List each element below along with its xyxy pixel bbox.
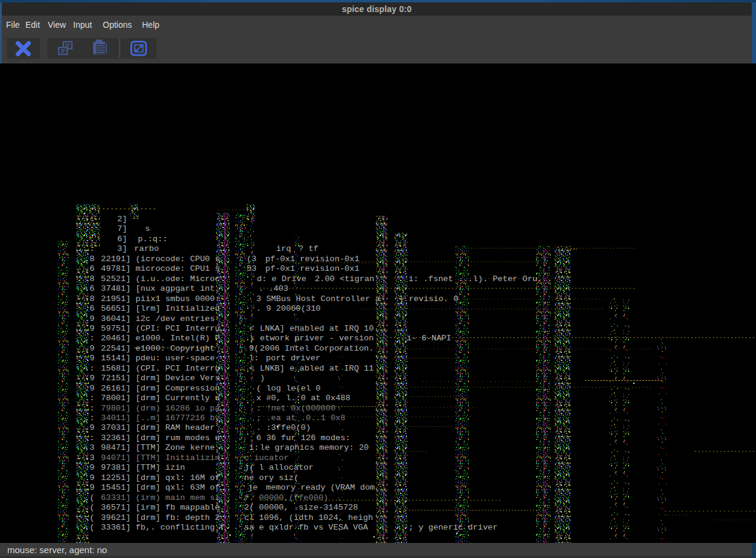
svg-text:.3: .3 [85,453,94,462]
svg-text:. 9 20060(310: . 9 20060(310 [256,304,321,313]
svg-text:ne ory siz(: ne ory siz( [244,473,299,482]
svg-text:.9: .9 [85,473,94,482]
svg-text:cl 1096, (idth 1024, heigh: cl 1096, (idth 1024, heigh [244,513,373,522]
svg-text:) revisio. 0: ) revisio. 0 [399,294,458,303]
svg-text:.(: .( [85,513,94,522]
svg-text:.8: .8 [85,255,94,264]
svg-text:.:: .: [85,224,94,233]
svg-text:<: < [249,364,254,373]
svg-text:39621] [drm] fb: depth 2: 39621] [drm] fb: depth 2 [101,513,220,522]
svg-text:irq: irq [276,244,291,253]
svg-text:i- 6-NAPI: i- 6-NAPI [407,334,451,343]
svg-text:36041] i2c /dev entries: 36041] i2c /dev entries [101,314,215,323]
svg-text:.(: .( [85,523,94,532]
svg-text:je: je [248,483,257,492]
svg-text:.(: .( [85,493,94,502]
svg-text:32361] [drm] rum modes u: 32361] [drm] rum modes u [101,433,220,443]
svg-text:le graphics memory: 20: le graphics memory: 20 [260,443,369,452]
svg-text:.9: .9 [85,384,94,393]
svg-text:15681] (CPI. PCI Interru: 15681] (CPI. PCI Interru [101,364,220,373]
svg-text:.9: .9 [85,324,94,333]
svg-text:c iucator: c iucator [244,453,289,462]
svg-text:.8: .8 [85,294,94,303]
svg-text:)( l allocator: )( l allocator [244,463,314,472]
svg-text:.9: .9 [85,344,94,353]
svg-text:l:: l: [249,354,259,363]
svg-text:x #0, l.:0 at 0x488: x #0, l.:0 at 0x488 [256,394,351,403]
svg-text:.6: .6 [85,264,94,273]
svg-text:; .ea at .0..1 0x8: ; .ea at .0..1 0x8 [256,414,346,423]
svg-text:98471] [TTM] Zone kerne: 98471] [TTM] Zone kerne [101,443,215,452]
svg-text:37031] [drm] RAM header: 37031] [drm] RAM header [101,423,215,432]
svg-text:? tf: ? tf [299,244,318,253]
svg-text:.6: .6 [85,304,94,313]
svg-text:.8: .8 [85,274,94,284]
svg-text:port driver: port driver [266,354,320,363]
svg-text:15451] [drm] qxl: 63M of: 15451] [drm] qxl: 63M of [101,483,220,492]
svg-text:: !net 0x(000000: : !net 0x(000000 [256,404,335,413]
svg-text:.(: .( [85,503,94,512]
svg-text:etwork priver - version: etwork priver - version [260,334,374,343]
svg-text:9(: 9( [249,344,259,353]
svg-text:.:: .: [85,244,94,253]
svg-text:2]: 2] [117,215,127,224]
svg-text:.6: .6 [85,284,94,293]
svg-text:2( 00000, .size-3145728: 2( 00000, .size-3145728 [244,503,358,512]
svg-text:.9: .9 [85,463,94,472]
svg-text:.:: .: [85,414,94,423]
svg-text:LNKB] e abled at IRQ 11: LNKB] e abled at IRQ 11 [260,364,374,373]
svg-text:. .403: . .403 [259,284,288,293]
svg-text:63331] (irm) main mem si: 63331] (irm) main mem si [101,493,220,502]
svg-text:.9: .9 [85,354,94,363]
svg-text:. :3ffe0(0): . :3ffe0(0) [256,423,311,432]
svg-text:34011] [..m] 16777216 by: 34011] [..m] 16777216 by [101,414,220,423]
svg-text:59751] (CPI: PCI Interru: 59751] (CPI: PCI Interru [101,324,220,333]
svg-text:.9: .9 [85,483,94,492]
svg-text:p.:q::: p.:q:: [138,235,167,244]
svg-text:rarbo: rarbo [134,244,159,253]
svg-text:pf-0x1 revision-0x1: pf-0x1 revision-0x1 [265,264,360,273]
svg-text:12251] [drm] qxl: 16M of: 12251] [drm] qxl: 16M of [101,473,220,482]
svg-text:( log le(el 0: ( log le(el 0 [256,384,321,393]
svg-text:): ) [249,334,254,343]
svg-text:36571] [irm] fb mappable: 36571] [irm] fb mappable [101,503,220,512]
svg-text:52521] (i.u..ode: Microc: 52521] (i.u..ode: Microc [101,274,220,284]
svg-text:15141] pdeu: user-space: 15141] pdeu: user-space [101,354,215,363]
svg-text:26161] [drm] Compression: 26161] [drm] Compression [101,384,220,393]
svg-text:3]: 3] [117,244,127,253]
svg-text:2006 Intel Corporation.: 2006 Intel Corporation. [260,344,374,353]
svg-text:.9: .9 [85,423,94,432]
svg-text:7]: 7] [117,224,127,233]
svg-text:.:: .: [85,433,94,443]
svg-text:.:: .: [85,334,94,343]
svg-text:LNKA] enabled at IRQ 10: LNKA] enabled at IRQ 10 [260,324,374,333]
svg-text:pf-0x1 revision-0x1: pf-0x1 revision-0x1 [265,255,360,264]
svg-text:.:: .: [85,364,94,373]
svg-text:i: .fsnet ...l). Peter Oru...: i: .fsnet ...l). Peter Oru... [409,274,552,284]
svg-text:.9: .9 [85,314,94,323]
svg-text:.:: .: [85,404,94,413]
svg-text:49781] microcode: CPU1 s: 49781] microcode: CPU1 s [101,264,220,273]
svg-text:): ) [260,374,265,383]
svg-text:20461] e1000. Intel(R) P: 20461] e1000. Intel(R) P [101,334,220,343]
svg-text:.:: .: [85,394,94,403]
svg-text:memory ready (VRAM dom: memory ready (VRAM dom [266,483,375,492]
svg-text:37481] [nux agpgart int: 37481] [nux agpgart int [101,284,215,293]
svg-text:.9: .9 [85,374,94,383]
svg-text:f. 00000,(ffe000): f. 00000,(ffe000) [244,493,328,502]
svg-text:53: 53 [247,264,256,273]
svg-text:56651] [lrm] Initialized: 56651] [lrm] Initialized [101,304,220,313]
svg-text:.:: .: [85,235,94,244]
svg-text:21951] piix1 smbus 0000:: 21951] piix1 smbus 0000: [101,294,220,303]
svg-text:79801] (drm) 16286 io pa: 79801] (drm) 16286 io pa [101,404,220,413]
svg-text:2.00 <tigran: 2.00 <tigran [315,274,374,284]
svg-text:72151] [drm] Device Vers: 72151] [drm] Device Vers [101,374,220,383]
svg-text:6]: 6] [117,235,127,244]
svg-text:22191] (icrocode: CPU0 s: 22191] (icrocode: CPU0 s [101,255,220,264]
svg-text:d: e Drive: d: e Drive [257,274,306,284]
svg-text:97381] [TTM] izin: 97381] [TTM] izin [101,463,185,472]
svg-text:78001] [drm] Currently u: 78001] [drm] Currently u [101,394,220,403]
svg-text:(3: (3 [247,255,256,264]
svg-text:.:: .: [85,215,94,224]
svg-text:<: < [249,324,254,333]
